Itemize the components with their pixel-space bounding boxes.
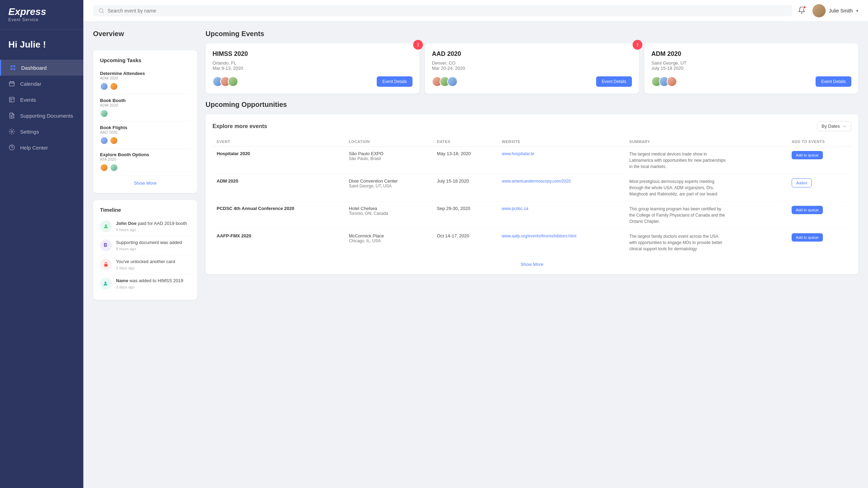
event-title: ADM 2020	[651, 50, 851, 58]
event-location: Orlando, FL	[212, 60, 412, 66]
add-to-queue-button[interactable]: Add to queue	[792, 206, 823, 214]
opp-event-name: Hospitalar 2020	[217, 151, 250, 156]
opp-summary: Most prestigious dermoscopy experts meet…	[629, 178, 727, 197]
opp-location: Dixie Convention Center	[349, 178, 429, 184]
event-date: Mar 9-13, 2020	[212, 66, 412, 71]
opp-location2: Saint George, UT, USA	[349, 184, 429, 188]
task-item: Book Flights AAD 2020	[100, 121, 190, 149]
sidebar-item-settings[interactable]: Settings	[0, 124, 83, 140]
event-footer: Event Details	[651, 76, 851, 87]
attendee-avatar	[447, 76, 458, 87]
content-area: Overview Upcoming Tasks Determine Attend…	[83, 22, 868, 488]
event-footer: Event Details	[432, 76, 632, 87]
opp-dates: July 15-18 2020	[433, 174, 498, 202]
timeline-text: You've unlocked another card	[116, 259, 175, 265]
timeline-item: Name was added to HIMSS 2019 3 days ago	[100, 274, 190, 293]
col-event: Event	[212, 137, 345, 147]
opp-website: www.pcdsc.ca	[502, 206, 528, 211]
timeline-time: 8 hours ago	[116, 247, 182, 251]
event-details-button[interactable]: Event Details	[377, 76, 412, 87]
user-name: Julie Smith	[829, 8, 853, 14]
user-profile[interactable]: Julie Smith ▾	[812, 4, 858, 17]
opp-location: Hotel Chelsea	[349, 206, 429, 211]
event-title: HIMSS 2020	[212, 50, 412, 58]
content-grid: Overview Upcoming Tasks Determine Attend…	[93, 30, 858, 300]
timeline-text: Supporting document was added	[116, 239, 182, 246]
task-event: AAD 2020	[100, 130, 190, 134]
event-date: Mar 20-24, 2020	[432, 66, 632, 71]
main-content: Julie Smith ▾ Overview Upcoming Tasks De…	[83, 0, 868, 488]
header-right: Julie Smith ▾	[798, 4, 858, 17]
table-row: PCDSC 4th Annual Conference 2020 Hotel C…	[212, 202, 851, 229]
task-item: Determine Attendees ADM 2020	[100, 67, 190, 94]
timeline-rest: paid for AAD 2019 booth	[136, 221, 187, 226]
search-icon	[99, 8, 104, 14]
upcoming-tasks-card: Upcoming Tasks Determine Attendees ADM 2…	[93, 50, 197, 193]
task-avatar	[100, 136, 108, 145]
avatar	[812, 4, 826, 17]
task-name: Explore Booth Options	[100, 152, 190, 157]
added-button[interactable]: Added	[792, 178, 812, 187]
table-row: AAFP-FMX 2020 McCormick PlaceChicago, IL…	[212, 229, 851, 256]
upcoming-events-title: Upcoming Events	[206, 30, 858, 38]
show-more-link[interactable]: Show More	[520, 262, 543, 267]
task-name: Book Booth	[100, 98, 190, 103]
notification-dot	[803, 6, 806, 9]
timeline-text: Name was added to HIMSS 2019	[116, 278, 183, 284]
add-to-queue-button[interactable]: Add to queue	[792, 151, 823, 159]
search-container[interactable]	[93, 5, 792, 16]
attendee-avatar	[228, 76, 238, 87]
sidebar-item-supporting-documents[interactable]: Supporting Documents	[0, 108, 83, 124]
opp-location: McCormick Place	[349, 233, 429, 238]
filter-label: By Dates	[821, 124, 840, 129]
event-attendees	[432, 76, 455, 87]
timeline-content: Name was added to HIMSS 2019 3 days ago	[116, 278, 183, 289]
table-row: Hospitalar 2020 São Paulo EXPOSão Paulo,…	[212, 147, 851, 174]
sidebar-item-label: Events	[20, 97, 36, 103]
timeline-time: 3 days ago	[116, 285, 183, 289]
show-more-tasks[interactable]: Show More	[100, 176, 190, 186]
search-input[interactable]	[108, 8, 212, 14]
sidebar-item-dashboard[interactable]: Dashboard	[0, 60, 83, 76]
col-add: Add to Events	[787, 137, 851, 147]
opp-location: São Paulo EXPO	[349, 151, 429, 156]
filter-dropdown[interactable]: By Dates	[817, 121, 851, 131]
right-column: Upcoming Events ! HIMSS 2020 Orlando, FL…	[206, 30, 858, 300]
svg-rect-0	[10, 65, 12, 67]
show-more-opportunities[interactable]: Show More	[212, 256, 851, 267]
event-details-button[interactable]: Event Details	[816, 76, 851, 87]
notification-button[interactable]	[798, 6, 806, 15]
sidebar-item-label: Calendar	[20, 81, 41, 87]
event-title: AAD 2020	[432, 50, 632, 58]
sidebar-item-help-center[interactable]: Help Center	[0, 140, 83, 155]
event-card-aad: ! AAD 2020 Denver, CO Mar 20-24, 2020	[425, 43, 639, 94]
event-location: Saint George, UT	[651, 60, 851, 66]
task-name: Book Flights	[100, 125, 190, 130]
task-avatar	[110, 136, 118, 145]
opps-header: Explore more events By Dates	[212, 121, 851, 131]
overview-title: Overview	[93, 30, 197, 38]
sidebar-item-label: Supporting Documents	[20, 113, 73, 119]
left-column: Overview Upcoming Tasks Determine Attend…	[93, 30, 197, 300]
timeline-rest: was added to HIMSS 2019	[128, 278, 183, 283]
sidebar: Express Event Service Hi Julie ! Dashboa…	[0, 0, 83, 488]
show-more-link[interactable]: Show More	[134, 180, 157, 186]
task-event: ATA 2020	[100, 157, 190, 161]
sidebar-item-events[interactable]: Events	[0, 92, 83, 108]
timeline-title: Timeline	[100, 207, 190, 213]
add-to-queue-button[interactable]: Add to queue	[792, 233, 823, 242]
col-website: Website	[498, 137, 625, 147]
sidebar-item-calendar[interactable]: Calendar	[0, 76, 83, 92]
chevron-down-icon	[843, 124, 847, 128]
opp-dates: Oct 14-17, 2020	[433, 229, 498, 256]
col-summary: Summary	[625, 137, 788, 147]
timeline-time: 4 hours ago	[116, 228, 187, 232]
timeline-card: Timeline John Doe paid for AAD 2019 boot…	[93, 200, 197, 300]
event-attendees	[651, 76, 674, 87]
timeline-text: John Doe paid for AAD 2019 booth	[116, 220, 187, 227]
sidebar-item-label: Settings	[20, 129, 39, 135]
svg-rect-2	[10, 68, 12, 70]
event-details-button[interactable]: Event Details	[596, 76, 632, 87]
task-avatars	[100, 136, 190, 145]
svg-rect-11	[104, 264, 107, 267]
